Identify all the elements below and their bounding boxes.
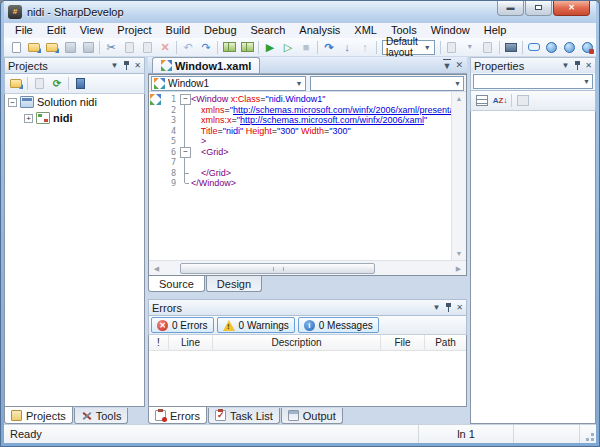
- document-close-icon[interactable]: ✕: [455, 60, 463, 70]
- step-into-icon[interactable]: ↓: [338, 39, 356, 55]
- open-file-icon[interactable]: [25, 39, 43, 55]
- menu-item[interactable]: Build: [159, 23, 197, 38]
- column-line[interactable]: Line: [169, 335, 213, 350]
- web-browse-icon[interactable]: [543, 39, 561, 55]
- bookmark-dropdown-icon[interactable]: ▼: [461, 39, 479, 55]
- comment-icon[interactable]: [525, 39, 543, 55]
- save-all-icon[interactable]: [79, 39, 97, 55]
- step-out-icon[interactable]: ↑: [356, 39, 374, 55]
- code-line[interactable]: 3 xmlns:x="http://schemas.microsoft.com/…: [149, 115, 451, 126]
- stop-icon[interactable]: ■: [297, 39, 315, 55]
- code-line[interactable]: 6 <Grid>: [149, 147, 451, 158]
- categorized-icon[interactable]: [473, 93, 491, 109]
- menu-item[interactable]: Debug: [197, 23, 243, 38]
- menu-item[interactable]: Search: [244, 23, 293, 38]
- errors-filter-button[interactable]: ✕ 0 Errors: [151, 317, 214, 333]
- menu-item[interactable]: Project: [110, 23, 158, 38]
- save-icon[interactable]: [61, 39, 79, 55]
- menu-item[interactable]: Analysis: [292, 23, 347, 38]
- expand-expander-icon[interactable]: +: [24, 114, 33, 123]
- layout-select[interactable]: Default layout ▼: [382, 40, 435, 55]
- tab-errors[interactable]: Errors: [148, 407, 207, 424]
- collapse-all-icon[interactable]: [7, 76, 25, 92]
- scrollbar-thumb[interactable]: [180, 263, 375, 274]
- clear-bookmarks-icon[interactable]: [479, 39, 497, 55]
- paste-icon[interactable]: [138, 39, 156, 55]
- panel-close-icon[interactable]: ✕: [585, 61, 592, 71]
- scroll-left-icon[interactable]: ◀: [149, 262, 164, 275]
- property-pages-icon[interactable]: [514, 93, 532, 109]
- pin-icon[interactable]: [574, 61, 581, 70]
- redo-icon[interactable]: ↷: [197, 39, 215, 55]
- resize-grip[interactable]: [580, 425, 596, 443]
- class-combo[interactable]: Window1 ▼: [151, 76, 306, 91]
- maximize-button[interactable]: [525, 1, 552, 16]
- column-severity[interactable]: !: [149, 335, 169, 350]
- cut-icon[interactable]: ✂: [102, 39, 120, 55]
- run-without-debugger-icon[interactable]: ▷: [279, 39, 297, 55]
- document-list-icon[interactable]: ▼: [443, 59, 452, 71]
- code-line[interactable]: 4 Title="nidi" Height="300" Width="300": [149, 126, 451, 137]
- menu-item[interactable]: View: [73, 23, 111, 38]
- minimize-button[interactable]: ▬: [497, 1, 524, 16]
- warnings-filter-button[interactable]: 0 Warnings: [217, 317, 295, 333]
- collapse-expander-icon[interactable]: −: [8, 98, 17, 107]
- object-combo[interactable]: ▼: [473, 74, 593, 89]
- alphabetical-icon[interactable]: AZ↓: [491, 93, 509, 109]
- show-all-files-icon[interactable]: [71, 76, 89, 92]
- vertical-scrollbar[interactable]: ▲ ▼: [451, 92, 466, 260]
- bookmark-icon[interactable]: [443, 39, 461, 55]
- run-icon[interactable]: ▶: [261, 39, 279, 55]
- code-line[interactable]: 7: [149, 157, 451, 168]
- code-surface[interactable]: 1<Window x:Class="nidi.Window1"2 xmlns="…: [149, 92, 466, 260]
- tab-tools[interactable]: Tools: [74, 408, 129, 424]
- code-line[interactable]: 1<Window x:Class="nidi.Window1": [149, 94, 451, 105]
- close-button[interactable]: ✕: [553, 1, 590, 16]
- open-solution-icon[interactable]: [43, 39, 61, 55]
- tab-window1-xaml[interactable]: Window1.xaml: [152, 57, 260, 73]
- tree-item-project[interactable]: + nidi: [5, 110, 144, 126]
- menu-item[interactable]: XML: [347, 23, 384, 38]
- code-line[interactable]: 2 xmlns="http://schemas.microsoft.com/wi…: [149, 105, 451, 116]
- menu-item[interactable]: Help: [477, 23, 514, 38]
- fold-collapse-icon[interactable]: [179, 94, 191, 105]
- column-file[interactable]: File: [381, 335, 425, 350]
- new-file-icon[interactable]: [7, 39, 25, 55]
- fold-collapse-icon[interactable]: [179, 147, 191, 158]
- tab-projects[interactable]: Projects: [4, 407, 73, 424]
- horizontal-scrollbar[interactable]: ◀ ▶: [149, 260, 466, 275]
- code-line[interactable]: 9</Window>: [149, 178, 451, 189]
- scroll-up-icon[interactable]: ▲: [456, 92, 463, 105]
- code-line[interactable]: 8 </Grid>: [149, 168, 451, 179]
- properties-grid[interactable]: [470, 111, 596, 424]
- panel-close-icon[interactable]: ✕: [456, 303, 463, 313]
- scroll-right-icon[interactable]: ▶: [451, 262, 466, 275]
- tab-task-list[interactable]: Task List: [208, 408, 280, 424]
- panel-menu-icon[interactable]: ▼: [432, 303, 440, 313]
- panel-close-icon[interactable]: ✕: [134, 61, 141, 71]
- pin-icon[interactable]: [123, 61, 130, 70]
- messages-filter-button[interactable]: i 0 Messages: [298, 317, 379, 333]
- column-path[interactable]: Path: [425, 335, 466, 350]
- code-line[interactable]: 5 >: [149, 136, 451, 147]
- menu-item[interactable]: File: [8, 23, 40, 38]
- link-files-icon[interactable]: [30, 76, 48, 92]
- code-lines[interactable]: 1<Window x:Class="nidi.Window1"2 xmlns="…: [149, 92, 451, 260]
- tree-item-solution[interactable]: − Solution nidi: [5, 94, 144, 110]
- pin-icon[interactable]: [445, 303, 452, 312]
- scroll-down-icon[interactable]: ▼: [456, 247, 463, 260]
- menu-item[interactable]: Edit: [40, 23, 73, 38]
- column-description[interactable]: Description: [213, 335, 381, 350]
- toggle-comment-icon[interactable]: [502, 39, 520, 55]
- member-combo[interactable]: ▼: [310, 76, 465, 91]
- copy-icon[interactable]: [120, 39, 138, 55]
- attach-debugger-icon[interactable]: ↷: [320, 39, 338, 55]
- delete-icon[interactable]: ✕: [156, 39, 174, 55]
- undo-icon[interactable]: ↶: [179, 39, 197, 55]
- build-solution-icon[interactable]: [238, 39, 256, 55]
- tab-source[interactable]: Source: [148, 276, 205, 292]
- web-refresh-icon[interactable]: [561, 39, 579, 55]
- build-icon[interactable]: [220, 39, 238, 55]
- tab-design[interactable]: Design: [206, 276, 262, 292]
- panel-menu-icon[interactable]: ▼: [110, 61, 118, 71]
